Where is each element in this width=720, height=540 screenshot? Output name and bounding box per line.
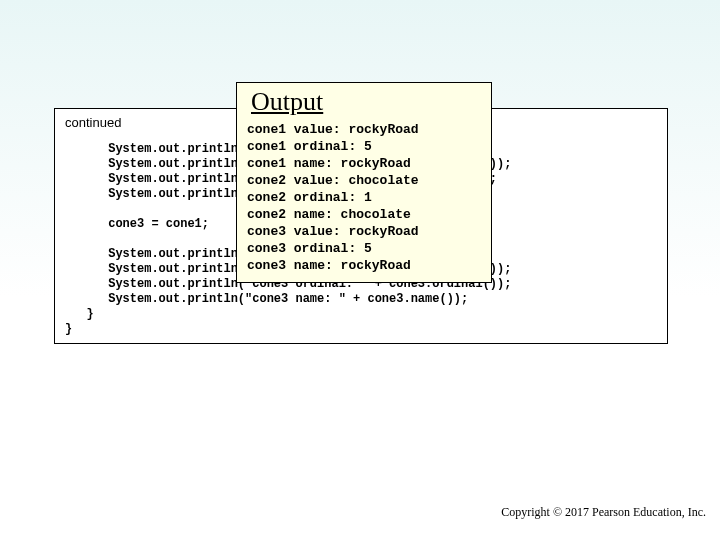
output-box: Output cone1 value: rockyRoad cone1 ordi… — [236, 82, 492, 283]
slide: continued System.out.println("cone1 valu… — [0, 0, 720, 540]
copyright-text: Copyright © 2017 Pearson Education, Inc. — [501, 505, 706, 520]
output-lines: cone1 value: rockyRoad cone1 ordinal: 5 … — [247, 121, 481, 274]
output-title: Output — [251, 87, 481, 117]
